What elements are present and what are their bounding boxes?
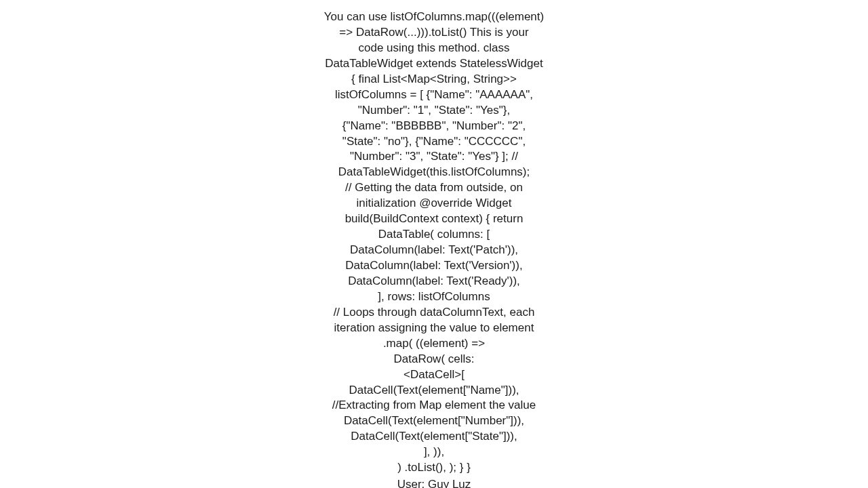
code-line: "Number": "3", "State": "Yes"} ]; // bbox=[305, 149, 563, 165]
code-line: ], )), bbox=[305, 445, 563, 460]
code-line: // Getting the data from outside, on bbox=[305, 180, 563, 196]
code-line: DataCell(Text(element["State"])), bbox=[305, 429, 563, 445]
code-line: DataColumn(label: Text('Version')), bbox=[305, 258, 563, 274]
code-line: => DataRow(...))).toList() This is your bbox=[305, 25, 563, 41]
code-line: //Extracting from Map element the value bbox=[305, 398, 563, 413]
code-line: initialization @override Widget bbox=[305, 196, 563, 211]
code-line: DataTableWidget extends StatelessWidget bbox=[305, 56, 563, 72]
code-line: // Loops through dataColumnText, each bbox=[305, 305, 563, 321]
code-line: DataColumn(label: Text('Patch')), bbox=[305, 243, 563, 258]
code-line: DataTable( columns: [ bbox=[305, 227, 563, 243]
code-line: iteration assigning the value to element bbox=[305, 321, 563, 336]
code-line: DataCell(Text(element["Number"])), bbox=[305, 413, 563, 429]
code-line: DataCell(Text(element["Name"])), bbox=[305, 383, 563, 399]
answer-content: You can use listOfColumns.map(((element)… bbox=[305, 9, 563, 488]
code-line: You can use listOfColumns.map(((element) bbox=[305, 9, 563, 25]
code-line: DataTableWidget(this.listOfColumns); bbox=[305, 165, 563, 180]
code-line: DataRow( cells: bbox=[305, 352, 563, 367]
code-line: listOfColumns = [ {"Name": "AAAAAA", bbox=[305, 87, 563, 103]
code-line: build(BuildContext context) { return bbox=[305, 211, 563, 227]
code-line: code using this method. class bbox=[305, 41, 563, 56]
code-line: "State": "no"}, {"Name": "CCCCCC", bbox=[305, 134, 563, 150]
code-line: ], rows: listOfColumns bbox=[305, 289, 563, 305]
code-line: "Number": "1", "State": "Yes"}, bbox=[305, 103, 563, 119]
code-line: DataColumn(label: Text('Ready')), bbox=[305, 274, 563, 289]
code-line: .map( ((element) => bbox=[305, 336, 563, 352]
code-line: { final List<Map<String, String>> bbox=[305, 72, 563, 87]
code-line: ) .toList(), ); } } bbox=[305, 460, 563, 476]
code-line: {"Name": "BBBBBB", "Number": "2", bbox=[305, 119, 563, 134]
code-line: <DataCell>[ bbox=[305, 367, 563, 383]
user-attribution: User: Guy Luz bbox=[305, 477, 563, 488]
